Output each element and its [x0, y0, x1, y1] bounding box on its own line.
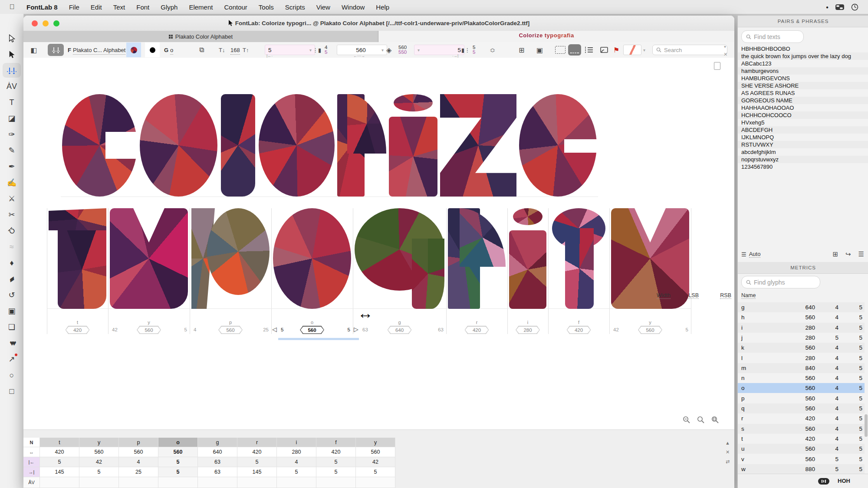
phrase-item[interactable]: HBHHBOHBOOBO [738, 45, 868, 52]
glyph-l[interactable] [220, 94, 256, 197]
width-value[interactable]: 560 [119, 447, 158, 457]
menu-edit[interactable]: Edit [85, 3, 108, 11]
ruler-tool-icon[interactable]: ▰ [0, 268, 23, 290]
advance-width-badge[interactable]: 420 [465, 326, 489, 334]
column-r[interactable]: r [237, 438, 277, 447]
close-window-button[interactable] [32, 20, 38, 26]
glyph-f[interactable] [550, 208, 608, 309]
width-value[interactable]: 280 [277, 447, 316, 457]
hamburger-icon[interactable]: ☰ [741, 251, 746, 258]
phrase-item[interactable]: abcdefghijklm [738, 148, 868, 156]
sidebearing-value[interactable]: 25 [263, 327, 269, 332]
lsb-value[interactable]: 5 [237, 457, 277, 467]
title-bar[interactable]: FontLab: Colorize typogri... @ Plakato C… [23, 16, 734, 31]
glyph-row-q[interactable]: q56045 [738, 403, 865, 413]
glyph-i[interactable] [509, 208, 546, 309]
width-value[interactable]: 420 [40, 447, 79, 457]
panel-up-icon[interactable]: ▲ [725, 440, 730, 445]
glyph-o[interactable] [140, 94, 217, 197]
pencil-tool-icon[interactable]: ✎ [3, 143, 21, 158]
glyph-g[interactable] [355, 208, 444, 309]
app-menu[interactable]: FontLab 8 [21, 3, 63, 11]
copy-layer-icon[interactable]: ⧉ [199, 42, 204, 58]
advance-width-badge[interactable]: 420 [567, 326, 591, 334]
menu-help[interactable]: Help [370, 3, 395, 11]
menu-scripts[interactable]: Scripts [279, 3, 311, 11]
sidebearing-drag-handle[interactable]: ▷ [354, 326, 358, 333]
tab-font-window[interactable]: Plakato Color Alphabet [23, 31, 378, 42]
metrics-mode-badge[interactable]: HOH [838, 478, 850, 484]
phrase-item[interactable]: HVxehg5 [738, 119, 868, 126]
search-input[interactable]: Search [652, 45, 727, 55]
transform-tool-icon[interactable]: ▣ [3, 304, 21, 318]
sidebearing-value[interactable]: 5 [686, 327, 688, 332]
screen-cast-icon[interactable] [600, 42, 608, 58]
column-header-rsb[interactable]: RSB [720, 292, 731, 299]
menu-glyph[interactable]: Glyph [155, 3, 183, 11]
phrase-item[interactable]: ABCDEFGH [738, 126, 868, 134]
page-preview-icon[interactable] [714, 62, 720, 70]
phrase-item[interactable]: GORGEOUS NAME [738, 97, 868, 104]
glyph-row-s[interactable]: s56045 [738, 424, 865, 434]
rsb-value[interactable]: 5 [79, 467, 119, 477]
kerning-value[interactable] [277, 477, 316, 488]
phrase-item[interactable]: nopqrstuvwxyz [738, 156, 868, 163]
metrics-scrollbar[interactable] [865, 414, 868, 437]
width-value[interactable]: 640 [198, 447, 237, 457]
glyph-row-w[interactable]: w88055 [738, 464, 865, 474]
text-size-down-icon[interactable]: T↓ [219, 42, 225, 58]
phrase-item[interactable]: ABCabc123 [738, 60, 868, 67]
glyph-row-p[interactable]: p56045 [738, 393, 865, 403]
kerning-value[interactable] [198, 477, 237, 488]
magnet-tool-icon[interactable]: Ω [0, 219, 23, 242]
rsb-value[interactable]: 5 [158, 467, 198, 477]
stroke-dropdown-icon[interactable]: ▾ [643, 42, 645, 58]
column-g[interactable]: g [198, 438, 237, 447]
kerning-value[interactable] [356, 477, 395, 488]
glyph-row-o[interactable]: o56045 [738, 383, 865, 393]
menu-text[interactable]: Text [108, 3, 131, 11]
flag-icon[interactable]: ⚑ [613, 42, 619, 58]
lsb-value[interactable]: 42 [356, 457, 395, 467]
find-texts-input[interactable]: Find texts [741, 30, 804, 43]
glyph-canvas[interactable]: t420y560p560o560g640r420i280f420y5604254… [23, 58, 734, 429]
width-value[interactable]: 560 [356, 447, 395, 457]
kerning-value[interactable] [79, 477, 119, 488]
pin-tool-icon[interactable]: ↗ [3, 352, 21, 367]
glyph-y[interactable] [110, 208, 188, 309]
zoom-out-icon[interactable] [683, 416, 690, 425]
rsb-value[interactable]: 25 [119, 467, 158, 477]
glyph-row-v[interactable]: v56055 [738, 454, 865, 464]
sidebearing-drag-handle[interactable]: ◁ [272, 326, 277, 333]
glyph-e[interactable] [519, 94, 597, 197]
menu-element[interactable]: Element [183, 3, 218, 11]
glyph-C[interactable] [62, 94, 137, 197]
kerning-value[interactable] [158, 477, 198, 488]
advance-width-badge[interactable]: 640 [388, 326, 412, 334]
rsb-value[interactable]: 145 [237, 467, 277, 477]
menu-view[interactable]: View [311, 3, 336, 11]
glyph-r[interactable] [337, 94, 386, 197]
column-t[interactable]: t [40, 438, 79, 447]
glyph-row-m[interactable]: m84045 [738, 363, 865, 373]
glyph-row-k[interactable]: k56045 [738, 343, 865, 353]
glyph-row-n[interactable]: n56045 [738, 373, 865, 383]
phrase-item[interactable]: RSTUVWXY [738, 141, 868, 148]
layers-stack-icon[interactable]: ≎ [490, 42, 495, 58]
gem-icon[interactable]: ◈ [386, 42, 391, 58]
glyph-o[interactable] [273, 208, 351, 309]
zoom-icon[interactable] [697, 416, 704, 425]
metrics-tool-icon[interactable] [3, 63, 21, 78]
metrics-table-toggle[interactable] [568, 42, 581, 58]
metrics-bottom-table[interactable]: Ntypogrify↔420560560560640420280420560|←… [23, 438, 395, 488]
glyph-row-i[interactable]: i28045 [738, 323, 865, 333]
menu-window[interactable]: Window [336, 3, 370, 11]
glyph-row-h[interactable]: h56045 [738, 312, 865, 322]
rsb-value[interactable]: 5 [356, 467, 395, 477]
advance-width-badge[interactable]: 560 [300, 326, 324, 334]
panel-menu-icon[interactable]: ☰ [858, 250, 864, 258]
text-size-value[interactable]: 168 [230, 46, 240, 55]
column-o[interactable]: o [158, 438, 198, 447]
rectangle-tool-icon[interactable]: □ [3, 384, 21, 399]
sidebearing-value[interactable]: 5 [348, 327, 350, 332]
